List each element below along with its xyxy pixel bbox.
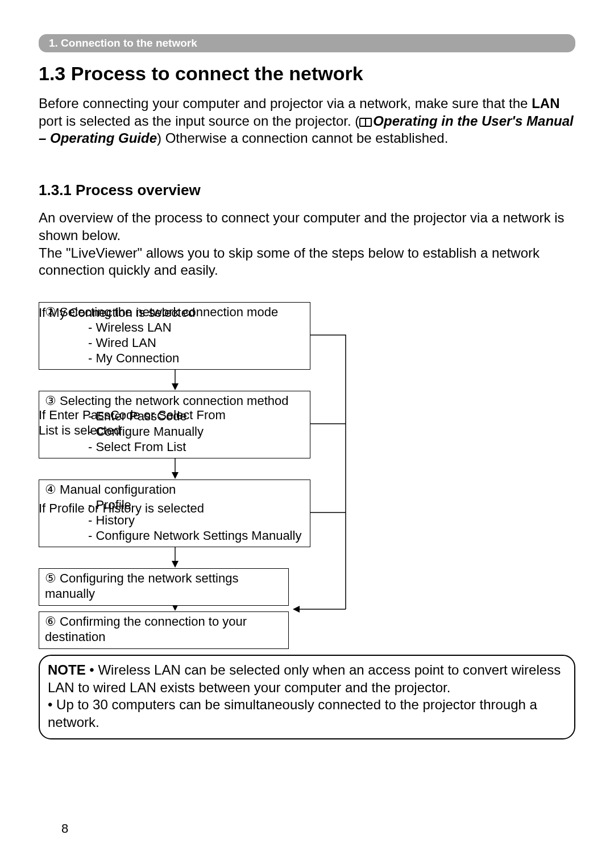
subsection-title: 1.3.1 Process overview [39, 181, 575, 199]
overview-para-1: An overview of the process to connect yo… [39, 209, 575, 244]
side-label-3: If Proﬁle or History is selected [39, 501, 243, 516]
side-label-2: If Enter PassCode or Select From List is… [39, 408, 243, 439]
diagram-box-5: ⑥ Conﬁrming the connection to your desti… [39, 611, 289, 649]
intro-part-1: Before connecting your computer and proj… [39, 96, 532, 111]
note-bullet-2: • Up to 30 computers can be simultaneous… [48, 697, 537, 730]
book-icon [359, 114, 372, 123]
intro-part-3: ) Otherwise a connection cannot be estab… [157, 130, 448, 146]
lan-bold: LAN [532, 96, 559, 111]
intro-paragraph: Before connecting your computer and proj… [39, 95, 575, 147]
svg-rect-2 [366, 119, 371, 126]
section-title: 1.3 Process to connect the network [39, 63, 575, 85]
diagram-box-4: ⑤ Conﬁguring the network settings manual… [39, 568, 289, 606]
box3-item-3: - Conﬁgure Network Settings Manually [45, 528, 304, 544]
box2-item-3: - Select From List [45, 440, 304, 455]
box1-item-1: - Wireless LAN [45, 320, 304, 336]
box3-title: ④ Manual conﬁguration [45, 482, 304, 498]
overview-para-2: The "LiveViewer" allows you to skip some… [39, 245, 575, 279]
box1-item-3: - My Connection [45, 351, 304, 366]
note-label: NOTE [48, 662, 86, 677]
note-bullet-1: • Wireless LAN can be selected only when… [48, 662, 561, 695]
intro-part-2: port is selected as the input source on … [39, 113, 359, 129]
breadcrumb-bar: 1. Connection to the network [39, 34, 575, 52]
process-diagram: ② Selecting the network connection mode … [39, 302, 575, 632]
side-label-1: If My Connection is selected [39, 305, 243, 321]
box4-title: ⑤ Conﬁguring the network settings manual… [45, 571, 283, 602]
box1-item-2: - Wired LAN [45, 336, 304, 351]
breadcrumb-text: 1. Connection to the network [49, 37, 197, 49]
note-box: NOTE • Wireless LAN can be selected only… [39, 655, 575, 739]
svg-rect-1 [360, 119, 365, 126]
overview-text: An overview of the process to connect yo… [39, 209, 575, 279]
page-number: 8 [61, 821, 68, 836]
box2-title: ③ Selecting the network connection metho… [45, 394, 304, 409]
box5-title: ⑥ Conﬁrming the connection to your desti… [45, 614, 283, 645]
